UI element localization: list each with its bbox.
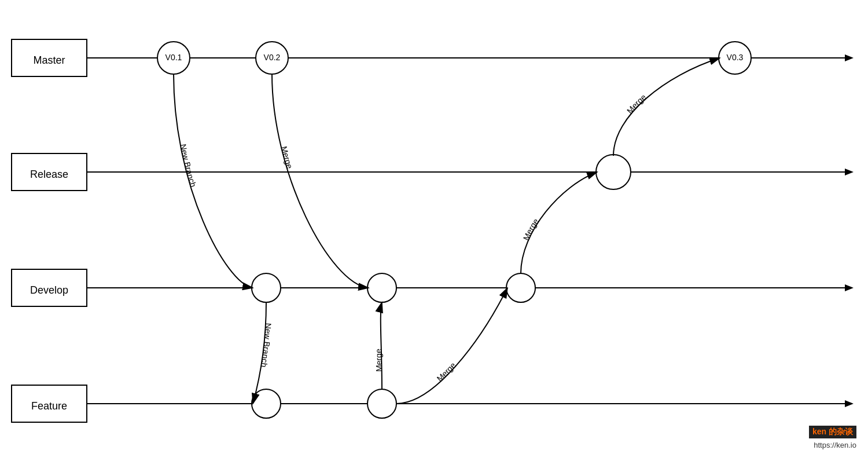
git-flow-diagram: Master Release Develop Feature V0.1 V0.2 — [0, 0, 868, 461]
feature-node-2 — [367, 389, 396, 418]
v02-label: V0.2 — [264, 53, 281, 62]
watermark-url: https://ken.io — [814, 441, 856, 449]
release-node-1 — [596, 155, 631, 189]
v03-label: V0.3 — [727, 53, 744, 62]
feature-label: Feature — [31, 400, 67, 412]
v01-label: V0.1 — [165, 53, 182, 62]
merge-label-feature-develop: Merge — [374, 349, 384, 372]
master-label: Master — [33, 54, 65, 66]
release-label: Release — [30, 169, 68, 180]
watermark: ken 的杂谈 https://ken.io — [809, 426, 856, 449]
watermark-ken: ken 的杂谈 — [812, 427, 853, 436]
develop-label: Develop — [30, 284, 68, 296]
develop-node-2 — [367, 273, 396, 302]
watermark-badge: ken 的杂谈 — [809, 426, 856, 438]
develop-node-3 — [506, 273, 535, 302]
develop-node-1 — [252, 273, 281, 302]
diagram-container: Master Release Develop Feature V0.1 V0.2 — [0, 0, 868, 461]
